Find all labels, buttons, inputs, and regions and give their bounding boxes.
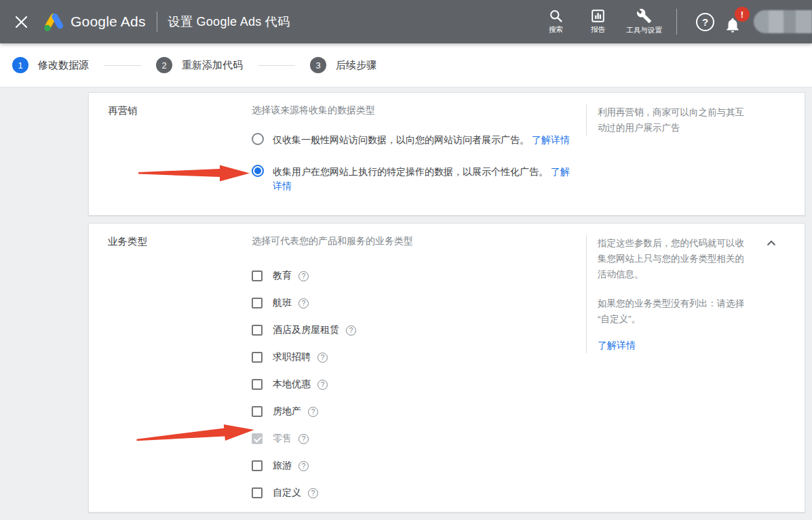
search-icon [549,9,563,23]
business-help-paragraph-2: 如果您的业务类型没有列出：请选择“自定义”。 [598,296,752,327]
setup-stepper: 1 修改数据源 2 重新添加代码 3 后续步骤 [0,43,812,87]
nav-tools-settings[interactable]: 工具与设置 [627,8,663,35]
remarketing-card: 再营销 选择该来源将收集的数据类型 仅收集一般性网站访问数据，以向您的网站访问者… [88,92,805,216]
checkbox-row-education[interactable]: 教育 ? [252,271,571,281]
radio-option-specific-actions-text: 收集用户在您网站上执行的特定操作的数据，以展示个性化广告。 了解详情 [273,165,571,193]
report-icon [591,9,605,23]
step-2-number: 2 [156,57,172,73]
app-bar: Google Ads 设置 Google Ads 代码 搜索 报告 工具与设置 … [0,0,812,43]
help-glyph: ? [702,16,708,28]
help-circle-icon[interactable]: ? [298,461,309,471]
collapse-section-button[interactable] [767,237,776,249]
help-circle-icon[interactable]: ? [298,434,309,444]
business-help-learn-more-link[interactable]: 了解详情 [598,340,636,351]
checkbox-icon[interactable] [252,406,263,417]
help-circle-icon[interactable]: ? [308,407,318,417]
checkbox-icon[interactable] [252,325,263,336]
nav-reports-label: 报告 [591,25,605,35]
page-title: 设置 Google Ads 代码 [168,14,290,30]
checkbox-icon[interactable] [252,460,263,471]
step-3-number: 3 [310,57,326,73]
step-connector [258,65,295,66]
help-circle-icon[interactable]: ? [317,353,328,363]
logo-text: Google Ads [71,14,146,30]
step-1[interactable]: 1 修改数据源 [12,57,89,73]
checkbox-icon[interactable] [252,379,263,390]
radio-unselected-icon[interactable] [252,133,264,145]
business-type-card: 业务类型 选择可代表您的产品和服务的业务类型 教育 ? 航班 ? 酒店及房屋租赁… [88,223,805,513]
radio-option-general-visits-text: 仅收集一般性网站访问数据，以向您的网站访问者展示广告。 了解详情 [273,133,571,147]
remarketing-subtitle: 选择该来源将收集的数据类型 [252,104,571,117]
nav-divider [676,9,677,35]
step-2[interactable]: 2 重新添加代码 [156,57,243,73]
radio-selected-icon[interactable] [252,165,264,177]
checkbox-row-jobs[interactable]: 求职招聘 ? [252,352,571,363]
checkbox-icon[interactable] [252,487,263,498]
business-type-card-title: 业务类型 [89,224,252,512]
help-circle-icon[interactable]: ? [346,325,356,336]
close-icon[interactable] [11,12,31,32]
chevron-up-icon [767,240,776,246]
checkbox-checked-icon[interactable] [252,433,263,444]
learn-more-link[interactable]: 了解详情 [532,134,570,145]
nav-reports[interactable]: 报告 [585,9,612,35]
title-divider [157,12,157,32]
help-circle-icon[interactable]: ? [317,380,328,390]
step-connector [104,65,141,66]
checkbox-icon[interactable] [252,271,263,281]
checkbox-icon[interactable] [252,298,263,308]
nav-tools-settings-label: 工具与设置 [627,26,663,35]
step-3-label: 后续步骤 [336,59,376,72]
business-type-subtitle: 选择可代表您的产品和服务的业务类型 [252,235,571,247]
main-content: 再营销 选择该来源将收集的数据类型 仅收集一般性网站访问数据，以向您的网站访问者… [0,87,812,520]
google-ads-logo-icon [42,11,64,33]
radio-option-general-visits[interactable]: 仅收集一般性网站访问数据，以向您的网站访问者展示广告。 了解详情 [252,133,571,147]
checkbox-row-travel[interactable]: 旅游 ? [252,460,571,471]
nav-search-label: 搜索 [549,25,563,35]
nav-search[interactable]: 搜索 [543,9,570,35]
checkbox-icon[interactable] [252,352,263,363]
step-1-label: 修改数据源 [38,59,89,72]
help-circle-icon[interactable]: ? [298,271,309,281]
help-circle-icon[interactable]: ? [298,298,309,308]
step-2-label: 重新添加代码 [182,59,243,72]
checkbox-row-retail[interactable]: 零售 ? [252,433,571,444]
help-circle-icon[interactable]: ? [308,488,318,498]
notification-badge: ! [735,7,750,22]
checkbox-row-local-deals[interactable]: 本地优惠 ? [252,379,571,390]
radio-option-specific-actions[interactable]: 收集用户在您网站上执行的特定操作的数据，以展示个性化广告。 了解详情 [252,165,571,193]
remarketing-card-title: 再营销 [89,93,252,215]
checkbox-row-flights[interactable]: 航班 ? [252,298,571,308]
business-type-list: 教育 ? 航班 ? 酒店及房屋租赁 ? 求职招聘 ? [252,271,571,498]
business-help-paragraph-1: 指定这些参数后，您的代码就可以收集您网站上只与您的业务类型相关的活动信息。 [598,235,752,282]
notifications-button[interactable]: ! [724,8,747,35]
checkbox-row-real-estate[interactable]: 房地产 ? [252,406,571,417]
step-3[interactable]: 3 后续步骤 [310,57,376,73]
checkbox-row-hotels-rentals[interactable]: 酒店及房屋租赁 ? [252,325,571,336]
help-button[interactable]: ? [696,13,714,31]
remarketing-help-text: 利用再营销，商家可以向之前与其互动过的用户展示广告 [598,104,752,136]
account-name-redacted[interactable] [754,10,812,33]
checkbox-row-custom[interactable]: 自定义 ? [252,487,571,498]
google-ads-logo: Google Ads [42,11,146,33]
step-1-number: 1 [12,57,28,73]
wrench-icon [636,8,652,24]
